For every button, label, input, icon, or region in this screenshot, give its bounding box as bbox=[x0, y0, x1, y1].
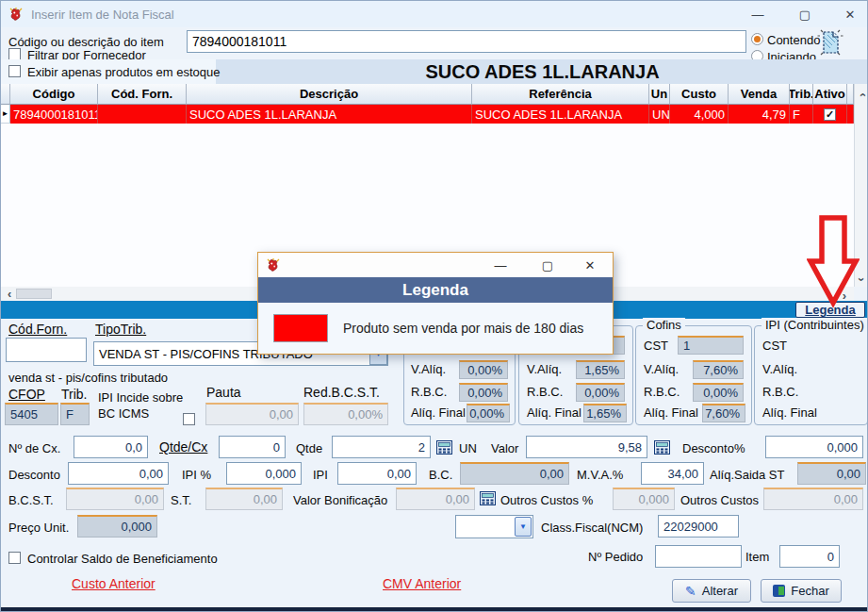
item-label: Item bbox=[745, 550, 769, 564]
aliq-saida-field: 0,00 bbox=[797, 462, 866, 485]
cofins-valiq-field: 7,60% bbox=[693, 360, 744, 379]
calculator-icon[interactable] bbox=[480, 491, 496, 505]
item-field[interactable]: 0 bbox=[779, 545, 840, 568]
ipi-rbc-label: R.B.C. bbox=[762, 385, 798, 399]
grid-header-codigo[interactable]: Código bbox=[10, 84, 98, 105]
row-un[interactable]: UN bbox=[649, 105, 670, 124]
calculator-icon[interactable] bbox=[436, 440, 452, 455]
dialog-maximize-button[interactable]: ▢ bbox=[534, 256, 561, 274]
valor-bonificacao-field: 0,00 bbox=[396, 488, 475, 510]
close-button[interactable]: ✕ bbox=[838, 5, 862, 24]
bcst-label: B.C.S.T. bbox=[8, 493, 54, 507]
mva-field[interactable]: 34,00 bbox=[641, 462, 704, 485]
outros-custos-label: Outros Custos bbox=[680, 493, 759, 507]
ncm-field[interactable]: 22029000 bbox=[658, 515, 739, 538]
grid-header-custo[interactable]: Custo bbox=[670, 84, 729, 105]
cod-forn-label: Cód.Forn. bbox=[8, 322, 67, 337]
row-trib[interactable]: F bbox=[790, 105, 813, 124]
qtde-field[interactable]: 2 bbox=[332, 436, 431, 458]
dialog-body: Produto sem venda por mais de 180 dias bbox=[258, 303, 613, 354]
scroll-right-icon[interactable]: › bbox=[838, 287, 851, 301]
pedido-label: Nº Pedido bbox=[588, 550, 643, 564]
pauta-field: 0,00 bbox=[205, 403, 299, 425]
desconto-label: Desconto bbox=[8, 468, 60, 482]
cofins-aliq-final-label: Alíq. Final bbox=[644, 405, 698, 420]
ipi-incide-label: IPI Incide sobre BC ICMS bbox=[98, 389, 188, 422]
row-codigo[interactable]: 7894000181011 bbox=[10, 105, 98, 124]
scroll-down-icon[interactable]: › bbox=[854, 271, 868, 284]
maximize-button[interactable]: ▢ bbox=[793, 5, 817, 24]
row-venda[interactable]: 4,79 bbox=[729, 105, 790, 124]
grid-header-un[interactable]: Un bbox=[649, 84, 670, 105]
fechar-button-label: Fechar bbox=[791, 584, 828, 598]
item-search-label: Código ou descrição do item bbox=[8, 35, 164, 49]
p2-aliq-final-label: Alíq. Final bbox=[527, 405, 581, 420]
contendo-radio[interactable] bbox=[751, 33, 763, 45]
controlar-saldo-checkbox[interactable] bbox=[8, 552, 21, 564]
cfop-label: CFOP bbox=[8, 387, 45, 402]
grid-header-ativo[interactable]: Ativo bbox=[813, 84, 847, 105]
fechar-button[interactable]: Fechar bbox=[761, 579, 842, 603]
cofins-cst-field: 1 bbox=[678, 336, 744, 355]
aliq-saida-label: Alíq.Saida ST bbox=[710, 468, 785, 482]
ipi-field[interactable]: 0,00 bbox=[337, 462, 417, 485]
p1-rbc-label: R.B.C. bbox=[411, 385, 447, 399]
controlar-saldo-label: Controlar Saldo de Beneficiamento bbox=[27, 552, 218, 566]
outros-custos-pct-label: Outros Custos % bbox=[500, 493, 593, 507]
ncx-label: Nº de Cx. bbox=[8, 441, 60, 455]
preco-unit-label: Preço Unit. bbox=[8, 521, 69, 535]
bcst-field: 0,00 bbox=[66, 488, 164, 510]
ncx-field[interactable]: 0,0 bbox=[74, 436, 148, 458]
bottom-strip bbox=[1, 607, 868, 612]
dialog-minimize-button[interactable]: — bbox=[487, 256, 514, 274]
ncm-label: Class.Fiscal(NCM) bbox=[541, 521, 643, 535]
trib-field[interactable]: F bbox=[60, 403, 90, 425]
grid-header-cod-forn[interactable]: Cód. Forn. bbox=[98, 84, 187, 105]
red-bcst-label: Red.B.C.S.T. bbox=[303, 385, 380, 400]
cod-forn-field[interactable] bbox=[6, 338, 87, 362]
dialog-close-button[interactable]: ✕ bbox=[577, 256, 603, 274]
row-ativo-checkbox[interactable]: ✓ bbox=[824, 108, 836, 121]
grid-header-trib[interactable]: Trib. bbox=[790, 84, 813, 105]
bc-field: 0,00 bbox=[460, 462, 569, 485]
valor-field[interactable]: 9,58 bbox=[526, 436, 647, 458]
ipi-valiq-label: V.Alíq. bbox=[762, 362, 797, 376]
legenda-link[interactable]: Legenda bbox=[795, 302, 865, 318]
item-search-input[interactable]: 7894000181011 bbox=[187, 30, 746, 53]
scroll-up-icon[interactable]: › bbox=[854, 86, 868, 99]
new-item-icon[interactable] bbox=[817, 29, 843, 56]
row-cod-forn[interactable] bbox=[98, 105, 187, 124]
desconto-pct-field[interactable]: 0,000 bbox=[765, 436, 863, 458]
row-custo[interactable]: 4,000 bbox=[670, 105, 729, 124]
grid-header-referencia[interactable]: Referência bbox=[472, 84, 649, 105]
exibir-estoque-checkbox[interactable] bbox=[8, 65, 21, 77]
ipi-cst-label: CST bbox=[762, 339, 787, 353]
selected-product-title: SUCO ADES 1L.LARANJA bbox=[216, 59, 868, 84]
desconto-field[interactable]: 0,00 bbox=[68, 462, 169, 485]
ipi-incide-checkbox[interactable] bbox=[183, 413, 195, 425]
grid-header-descricao[interactable]: Descrição bbox=[187, 84, 472, 105]
scroll-left-icon[interactable]: › bbox=[3, 287, 16, 301]
p2-valiq-label: V.Alíq. bbox=[527, 362, 562, 376]
dialog-title: Legenda bbox=[258, 277, 613, 303]
custo-anterior-link[interactable]: Custo Anterior bbox=[72, 576, 156, 591]
ipi-pct-field[interactable]: 0,000 bbox=[226, 462, 302, 485]
app-icon bbox=[8, 7, 24, 22]
pedido-field[interactable] bbox=[655, 545, 742, 568]
calculator-icon[interactable] bbox=[654, 440, 670, 455]
exibir-estoque-label: Exibir apenas produtos em estoque bbox=[27, 65, 221, 79]
cofins-valiq-label: V.Alíq. bbox=[644, 362, 679, 376]
cmv-anterior-link[interactable]: CMV Anterior bbox=[383, 576, 461, 591]
row-descricao[interactable]: SUCO ADES 1L.LARANJA bbox=[187, 105, 472, 124]
cfop-field[interactable]: 5405 bbox=[5, 403, 58, 425]
qtdecx-label: Qtde/Cx bbox=[159, 439, 207, 455]
dialog-app-icon bbox=[266, 257, 281, 273]
tipo-combo-arrow-icon[interactable]: ▼ bbox=[515, 517, 532, 537]
alterar-button[interactable]: ✎ Alterar bbox=[672, 579, 751, 603]
qtdecx-field[interactable]: 0 bbox=[219, 436, 286, 458]
grid-vscrollbar[interactable] bbox=[854, 84, 868, 287]
grid-header-venda[interactable]: Venda bbox=[729, 84, 790, 105]
row-referencia[interactable]: SUCO ADES 1L.LARANJA bbox=[472, 105, 649, 124]
minimize-button[interactable]: — bbox=[745, 5, 770, 24]
hscroll-thumb[interactable] bbox=[16, 289, 52, 299]
